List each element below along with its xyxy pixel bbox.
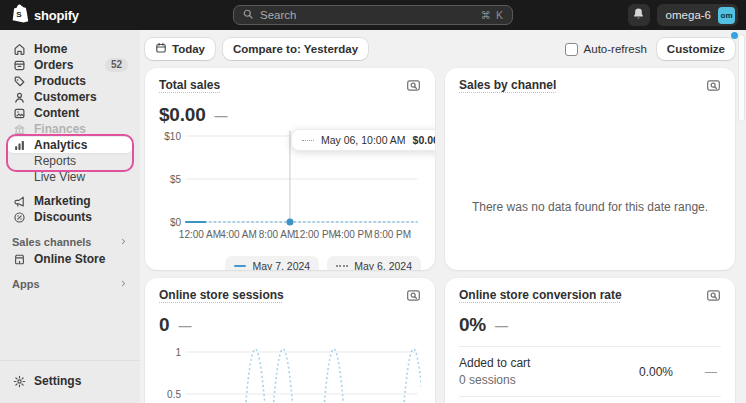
- sidebar-item-label: Analytics: [34, 138, 87, 152]
- shopify-admin-page: S shopify Search ⌘ K omega-6 om: [0, 0, 746, 403]
- conversion-value: 0%: [459, 314, 486, 336]
- sessions-chart[interactable]: 10.5: [159, 340, 421, 403]
- chevron-right-icon: [119, 278, 128, 290]
- sessions-value: 0: [159, 314, 169, 336]
- total-sales-delta: —: [215, 108, 228, 123]
- view-report-icon[interactable]: [706, 288, 721, 307]
- topbar: S shopify Search ⌘ K omega-6 om: [0, 0, 746, 30]
- auto-refresh-toggle[interactable]: Auto-refresh: [565, 43, 647, 56]
- sidebar-item-label: Marketing: [34, 194, 91, 208]
- home-icon: [12, 42, 26, 56]
- sidebar-item-content[interactable]: Content: [6, 105, 134, 121]
- compare-to-label: Compare to: Yesterday: [233, 43, 358, 55]
- sidebar-item-label: Online Store: [34, 252, 105, 266]
- sidebar-item-label: Orders: [34, 58, 73, 72]
- compare-to-button[interactable]: Compare to: Yesterday: [223, 38, 368, 60]
- global-search[interactable]: Search ⌘ K: [233, 5, 513, 25]
- sidebar-item-online-store[interactable]: Online Store: [6, 251, 134, 267]
- customize-button[interactable]: Customize: [657, 38, 735, 60]
- solid-line-icon: [234, 265, 246, 267]
- sidebar-item-live-view[interactable]: Live View: [6, 169, 134, 185]
- apps-section[interactable]: Apps: [6, 277, 134, 291]
- shopify-bag-icon: S: [12, 4, 29, 27]
- dotted-line-icon: [336, 265, 348, 267]
- sidebar-item-reports[interactable]: Reports: [6, 153, 134, 169]
- conversion-row-added-to-cart[interactable]: Added to cart 0 sessions 0.00% —: [459, 346, 721, 396]
- metrics-grid: Total sales $0.00 — $10$5$012:00 AM4:00 …: [145, 68, 735, 403]
- sidebar-item-home[interactable]: Home: [6, 41, 134, 57]
- avatar: om: [718, 7, 735, 24]
- customize-notification-dot: [731, 32, 738, 39]
- total-sales-value: $0.00: [159, 104, 206, 126]
- legend-compare[interactable]: May 6, 2024: [327, 256, 421, 270]
- auto-refresh-checkbox[interactable]: [565, 43, 578, 56]
- settings-bar: Settings: [0, 360, 140, 403]
- search-shortcut: ⌘ K: [481, 9, 504, 21]
- sidebar-item-label: Reports: [34, 154, 76, 168]
- svg-text:12:00 PM: 12:00 PM: [294, 229, 337, 240]
- sidebar-item-products[interactable]: Products: [6, 73, 134, 89]
- sidebar-item-discounts[interactable]: Discounts: [6, 209, 134, 225]
- tooltip-value: $0.00: [413, 134, 435, 146]
- sales-by-channel-card: Sales by channel There was no data found…: [445, 68, 735, 270]
- sales-channels-section[interactable]: Sales channels: [6, 235, 134, 249]
- notifications-button[interactable]: [628, 4, 650, 26]
- dashboard-toolbar: Today Compare to: Yesterday Auto-refresh…: [145, 38, 735, 60]
- sidebar-item-label: Settings: [34, 374, 81, 388]
- svg-text:S: S: [16, 9, 22, 18]
- sidebar-item-label: Discounts: [34, 210, 92, 224]
- legend-current[interactable]: May 7, 2024: [225, 256, 319, 270]
- sidebar-nav: Home Orders 52 Products Customers: [0, 30, 140, 291]
- card-title[interactable]: Sales by channel: [459, 78, 556, 92]
- sidebar-item-label: Customers: [34, 90, 97, 104]
- auto-refresh-label: Auto-refresh: [584, 43, 647, 55]
- bank-icon: [12, 122, 26, 136]
- total-sales-card: Total sales $0.00 — $10$5$012:00 AM4:00 …: [145, 68, 435, 270]
- svg-text:$10: $10: [164, 131, 181, 142]
- sessions-delta: —: [178, 318, 191, 333]
- conversion-delta: —: [495, 318, 508, 333]
- search-placeholder: Search: [260, 9, 475, 21]
- svg-text:1: 1: [175, 347, 181, 358]
- gear-icon: [12, 374, 26, 388]
- sidebar-item-analytics[interactable]: Analytics: [6, 137, 134, 153]
- legend-label: May 6, 2024: [354, 260, 412, 271]
- view-report-icon[interactable]: [406, 78, 421, 97]
- row-sessions: 0 sessions: [459, 373, 639, 387]
- scrollbar-thumb[interactable]: [738, 34, 745, 122]
- total-sales-chart[interactable]: $10$5$012:00 AM4:00 AM8:00 AM12:00 PM4:0…: [159, 130, 421, 252]
- sidebar-item-marketing[interactable]: Marketing: [6, 193, 134, 209]
- card-title[interactable]: Total sales: [159, 78, 220, 92]
- view-report-icon[interactable]: [406, 288, 421, 307]
- person-icon: [12, 90, 26, 104]
- row-rate: 0.00%: [639, 365, 673, 379]
- shopify-logo[interactable]: S shopify: [8, 4, 83, 27]
- empty-state-text: There was no data found for this date ra…: [472, 200, 708, 214]
- row-label: Added to cart: [459, 356, 639, 370]
- sidebar-item-label: Content: [34, 106, 79, 120]
- legend-label: May 7, 2024: [252, 260, 310, 271]
- card-title[interactable]: Online store sessions: [159, 288, 284, 302]
- view-report-icon[interactable]: [706, 78, 721, 97]
- svg-text:4:00 PM: 4:00 PM: [335, 229, 372, 240]
- conversion-row-reached-checkout[interactable]: Reached checkout 0 sessions 0.00% —: [459, 396, 721, 403]
- user-menu[interactable]: omega-6 om: [657, 4, 738, 26]
- bar-chart-icon: [12, 138, 26, 152]
- date-range-button[interactable]: Today: [145, 38, 215, 60]
- sidebar-item-label: Finances: [34, 122, 86, 136]
- svg-text:12:00 AM: 12:00 AM: [179, 229, 221, 240]
- svg-text:$5: $5: [170, 174, 182, 185]
- sidebar-item-finances[interactable]: Finances: [6, 121, 134, 137]
- user-name: omega-6: [666, 9, 711, 21]
- bell-icon: [632, 6, 645, 24]
- sidebar-item-settings[interactable]: Settings: [6, 373, 134, 389]
- card-title[interactable]: Online store conversion rate: [459, 288, 622, 302]
- tooltip-time: May 06, 10:00 AM: [321, 134, 406, 146]
- conversion-rate-card: Online store conversion rate 0% — Added …: [445, 278, 735, 403]
- sidebar-item-customers[interactable]: Customers: [6, 89, 134, 105]
- sidebar-item-orders[interactable]: Orders 52: [6, 57, 134, 73]
- svg-text:0.5: 0.5: [167, 389, 181, 400]
- main-content: Today Compare to: Yesterday Auto-refresh…: [140, 30, 746, 403]
- discount-icon: [12, 210, 26, 224]
- svg-text:4:00 AM: 4:00 AM: [220, 229, 257, 240]
